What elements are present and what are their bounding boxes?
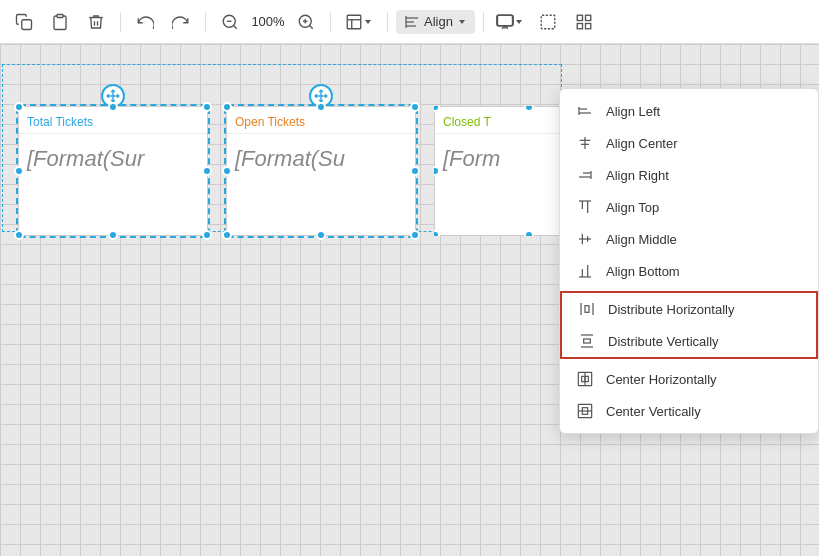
handle-ml-2[interactable] bbox=[222, 166, 232, 176]
card-open-tickets[interactable]: Open Tickets [Format(Su bbox=[226, 106, 416, 236]
menu-item-align-right[interactable]: Align Right bbox=[560, 159, 818, 191]
svg-rect-0 bbox=[22, 19, 32, 29]
separator-5 bbox=[483, 12, 484, 32]
handle-mr-2[interactable] bbox=[410, 166, 420, 176]
menu-item-distribute-horizontally-label: Distribute Horizontally bbox=[608, 302, 734, 317]
extra-button[interactable] bbox=[568, 6, 600, 38]
menu-item-align-bottom-label: Align Bottom bbox=[606, 264, 680, 279]
menu-item-align-left-label: Align Left bbox=[606, 104, 660, 119]
zoom-level: 100% bbox=[250, 14, 286, 29]
align-left-icon bbox=[576, 102, 594, 120]
undo-button[interactable] bbox=[129, 6, 161, 38]
align-label: Align bbox=[424, 14, 453, 29]
handle-bm-2[interactable] bbox=[316, 230, 326, 240]
svg-marker-17 bbox=[459, 20, 465, 24]
svg-rect-25 bbox=[577, 23, 582, 28]
menu-item-align-middle-label: Align Middle bbox=[606, 232, 677, 247]
handle-tl-2[interactable] bbox=[222, 102, 232, 112]
responsive-button[interactable] bbox=[492, 6, 528, 38]
svg-line-6 bbox=[309, 25, 312, 28]
separator-2 bbox=[205, 12, 206, 32]
menu-item-center-vertically[interactable]: Center Vertically bbox=[560, 395, 818, 427]
align-top-icon bbox=[576, 198, 594, 216]
svg-rect-23 bbox=[577, 15, 582, 20]
handle-tm-2[interactable] bbox=[316, 102, 326, 112]
handle-br-1[interactable] bbox=[202, 230, 212, 240]
card-1-content: [Format(Sur bbox=[19, 134, 207, 184]
svg-rect-53 bbox=[585, 306, 589, 313]
align-right-icon bbox=[576, 166, 594, 184]
zoom-in-button[interactable] bbox=[290, 6, 322, 38]
copy-button[interactable] bbox=[8, 6, 40, 38]
handle-br-2[interactable] bbox=[410, 230, 420, 240]
menu-item-align-top[interactable]: Align Top bbox=[560, 191, 818, 223]
handle-bl-1[interactable] bbox=[14, 230, 24, 240]
menu-item-align-middle[interactable]: Align Middle bbox=[560, 223, 818, 255]
menu-item-center-vertically-label: Center Vertically bbox=[606, 404, 701, 419]
svg-marker-21 bbox=[516, 20, 522, 24]
card-2-content: [Format(Su bbox=[227, 134, 415, 184]
menu-item-align-bottom[interactable]: Align Bottom bbox=[560, 255, 818, 287]
card-total-tickets[interactable]: Total Tickets [Format(Sur bbox=[18, 106, 208, 236]
paste-button[interactable] bbox=[44, 6, 76, 38]
center-h-icon bbox=[576, 370, 594, 388]
layout-button[interactable] bbox=[339, 6, 379, 38]
menu-item-distribute-vertically-label: Distribute Vertically bbox=[608, 334, 719, 349]
handle-tr-2[interactable] bbox=[410, 102, 420, 112]
redo-button[interactable] bbox=[165, 6, 197, 38]
zoom-out-button[interactable] bbox=[214, 6, 246, 38]
delete-button[interactable] bbox=[80, 6, 112, 38]
svg-rect-22 bbox=[541, 15, 555, 29]
card-3-title: Closed T bbox=[435, 107, 574, 134]
separator-3 bbox=[330, 12, 331, 32]
menu-item-align-left[interactable]: Align Left bbox=[560, 95, 818, 127]
card-closed-tickets[interactable]: Closed T [Form bbox=[434, 106, 574, 236]
handle-tm-1[interactable] bbox=[108, 102, 118, 112]
menu-item-distribute-vertically[interactable]: Distribute Vertically bbox=[562, 325, 816, 357]
align-dropdown-menu: Align Left Align Center Align Right bbox=[559, 88, 819, 434]
menu-item-align-center-label: Align Center bbox=[606, 136, 678, 151]
svg-rect-26 bbox=[585, 23, 590, 28]
menu-item-align-right-label: Align Right bbox=[606, 168, 669, 183]
handle-bm-3[interactable] bbox=[524, 230, 534, 236]
svg-rect-56 bbox=[584, 339, 591, 343]
canvas-area: Total Tickets [Format(Sur Open Tickets [… bbox=[0, 44, 819, 556]
handle-ml-1[interactable] bbox=[14, 166, 24, 176]
align-bottom-icon bbox=[576, 262, 594, 280]
menu-item-center-horizontally-label: Center Horizontally bbox=[606, 372, 717, 387]
handle-mr-1[interactable] bbox=[202, 166, 212, 176]
handle-bm-1[interactable] bbox=[108, 230, 118, 240]
svg-rect-24 bbox=[585, 15, 590, 20]
svg-marker-12 bbox=[365, 20, 371, 24]
menu-item-distribute-horizontally[interactable]: Distribute Horizontally bbox=[562, 293, 816, 325]
handle-bl-2[interactable] bbox=[222, 230, 232, 240]
svg-rect-19 bbox=[497, 15, 514, 26]
center-v-icon bbox=[576, 402, 594, 420]
align-button[interactable]: Align bbox=[396, 10, 475, 34]
svg-line-3 bbox=[233, 25, 236, 28]
handle-bl-3[interactable] bbox=[434, 230, 440, 236]
svg-rect-1 bbox=[57, 14, 63, 17]
handle-tl-1[interactable] bbox=[14, 102, 24, 112]
menu-item-align-top-label: Align Top bbox=[606, 200, 659, 215]
handle-tr-1[interactable] bbox=[202, 102, 212, 112]
align-center-icon bbox=[576, 134, 594, 152]
card-3-content: [Form bbox=[435, 134, 574, 184]
separator-1 bbox=[120, 12, 121, 32]
svg-rect-9 bbox=[347, 15, 361, 29]
separator-4 bbox=[387, 12, 388, 32]
menu-item-align-center[interactable]: Align Center bbox=[560, 127, 818, 159]
svg-rect-18 bbox=[497, 15, 512, 26]
toolbar: 100% Align bbox=[0, 0, 819, 44]
align-middle-icon bbox=[576, 230, 594, 248]
snap-button[interactable] bbox=[532, 6, 564, 38]
distribute-h-icon bbox=[578, 300, 596, 318]
menu-item-center-horizontally[interactable]: Center Horizontally bbox=[560, 363, 818, 395]
distribute-v-icon bbox=[578, 332, 596, 350]
